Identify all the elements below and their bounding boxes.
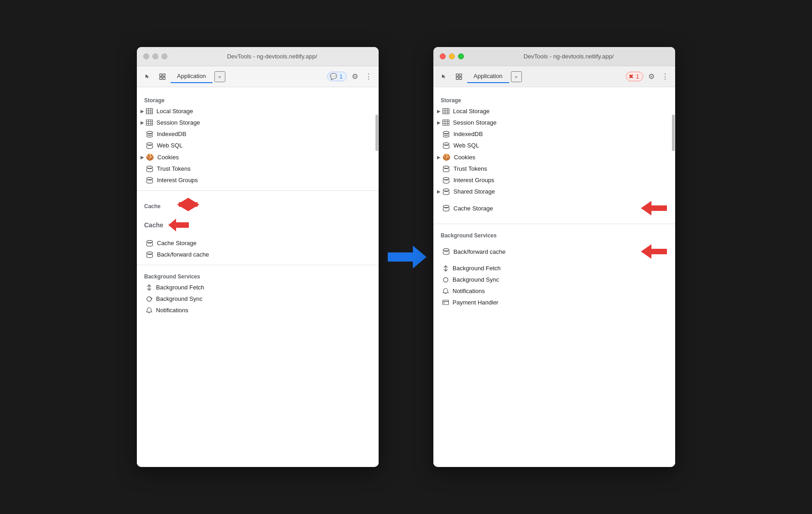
right-notifications-label: Notifications [453,288,485,294]
left-trust-tokens-icon [146,166,153,172]
left-scrollbar-thumb [375,115,378,151]
left-bg-sync-item[interactable]: Background Sync [137,293,379,304]
right-cache-storage-item[interactable]: Cache Storage [433,203,639,214]
left-fullscreen-btn[interactable] [161,53,167,59]
right-gear-btn[interactable]: ⚙ [645,70,658,83]
right-title-bar: DevTools - ng-devtools.netlify.app/ [433,47,675,66]
right-bg-fetch-icon [442,265,449,272]
right-title: DevTools - ng-devtools.netlify.app/ [468,53,669,60]
right-backforward-cache-item[interactable]: Back/forward cache [433,246,639,257]
right-notifications-item[interactable]: Notifications [433,285,675,297]
left-cache-storage-label: Cache Storage [157,240,197,247]
left-bg-fetch-label: Background Fetch [156,284,204,291]
svg-point-39 [443,131,449,133]
left-bg-services-label: Background Services [137,270,379,282]
left-session-storage-expander: ▶ [140,120,145,126]
left-cache-storage-icon [146,240,153,247]
svg-point-44 [443,205,449,208]
right-bg-fetch-item[interactable]: Background Fetch [433,262,675,274]
right-cookies-label: Cookies [454,154,475,161]
left-cookies-item[interactable]: ▶ 🍪 Cookies [137,151,379,163]
svg-rect-3 [163,77,165,79]
svg-point-17 [147,177,153,179]
right-minimize-btn[interactable] [449,53,455,59]
right-cache-storage-label: Cache Storage [453,205,493,212]
left-bg-fetch-item[interactable]: Background Fetch [137,282,379,293]
right-interest-groups-item[interactable]: Interest Groups [433,174,675,186]
left-cache-label: Cache [144,199,168,211]
right-websql-item[interactable]: Web SQL [433,140,675,151]
left-websql-label: Web SQL [157,142,182,149]
left-interest-groups-label: Interest Groups [157,177,198,184]
right-more-tabs-btn[interactable]: » [511,71,522,82]
right-bg-sync-item[interactable]: Background Sync [433,274,675,285]
right-local-storage-item[interactable]: ▶ Local Storage [433,105,675,117]
right-session-storage-expander: ▶ [436,120,442,126]
right-trust-tokens-item[interactable]: Trust Tokens [433,163,675,174]
right-local-storage-label: Local Storage [453,108,489,115]
svg-point-40 [443,142,449,145]
left-layers-btn[interactable] [156,70,169,83]
right-traffic-lights [440,53,464,59]
left-pointer-btn[interactable] [141,70,154,83]
left-local-storage-expander: ▶ [140,109,145,114]
left-scrollbar[interactable] [375,87,379,467]
left-bg-sync-label: Background Sync [156,295,203,302]
right-fullscreen-btn[interactable] [458,53,464,59]
right-session-storage-item[interactable]: ▶ Session Storage [433,117,675,128]
svg-point-46 [443,249,449,251]
right-pointer-btn[interactable] [438,70,451,83]
right-more-btn[interactable]: ⋮ [660,70,671,83]
left-session-storage-label: Session Storage [156,119,200,126]
left-close-btn[interactable] [143,53,149,59]
right-close-btn[interactable] [440,53,446,59]
left-cookies-expander: ▶ [140,154,145,160]
right-application-tab[interactable]: Application [467,70,509,83]
right-websql-icon [442,142,450,149]
right-browser-window: DevTools - ng-devtools.netlify.app/ Appl… [433,47,675,467]
right-toolbar: Application » ✖ 1 ⚙ ⋮ [433,66,675,87]
right-scrollbar[interactable] [671,87,675,467]
left-indexeddb-icon [146,131,153,137]
left-backforward-cache-icon [146,252,153,258]
left-backforward-cache-item[interactable]: Back/forward cache [137,249,379,260]
right-payment-handler-item[interactable]: Payment Handler [433,297,675,308]
right-payment-handler-label: Payment Handler [453,299,498,306]
left-session-storage-item[interactable]: ▶ Session Storage [137,117,379,128]
left-notifications-item[interactable]: Notifications [137,304,379,316]
left-local-storage-label: Local Storage [156,108,193,115]
right-sidebar-wrapper: Storage ▶ Local Storage ▶ Session Storag… [433,87,675,467]
right-cookies-item[interactable]: ▶ 🍪 Cookies [433,151,675,163]
left-indexeddb-item[interactable]: IndexedDB [137,128,379,140]
svg-point-14 [147,131,153,133]
left-trust-tokens-item[interactable]: Trust Tokens [137,163,379,174]
right-indexeddb-label: IndexedDB [453,131,483,137]
left-title-bar: DevTools - ng-devtools.netlify.app/ [137,47,379,66]
right-websql-label: Web SQL [453,142,479,149]
right-indexeddb-item[interactable]: IndexedDB [433,128,675,140]
left-interest-groups-item[interactable]: Interest Groups [137,174,379,186]
left-badge[interactable]: 💬 1 [327,72,347,81]
left-cache-storage-item[interactable]: Cache Storage [137,237,379,249]
right-bg-fetch-label: Background Fetch [453,265,501,272]
left-bg-fetch-icon [146,284,152,291]
left-gear-btn[interactable]: ⚙ [349,70,361,83]
left-cache-section-label: Cache [144,221,163,229]
left-application-tab[interactable]: Application [171,70,213,83]
right-layers-btn[interactable] [453,70,465,83]
right-shared-storage-item[interactable]: ▶ Shared Storage [433,186,675,197]
right-badge[interactable]: ✖ 1 [626,72,643,81]
left-minimize-btn[interactable] [152,53,158,59]
left-more-btn[interactable]: ⋮ [363,70,374,83]
blue-arrow [383,241,429,273]
left-red-arrow-cache-indicator [166,216,191,234]
left-local-storage-item[interactable]: ▶ Local Storage [137,105,379,117]
left-divider-1 [137,190,379,191]
svg-rect-49 [443,300,449,305]
left-more-tabs-btn[interactable]: » [214,71,225,82]
left-toolbar: Application » 💬 1 ⚙ ⋮ [137,66,379,87]
svg-rect-26 [459,74,462,76]
right-sidebar-content: Storage ▶ Local Storage ▶ Session Storag… [433,87,675,467]
svg-point-42 [443,177,449,179]
left-websql-item[interactable]: Web SQL [137,140,379,151]
